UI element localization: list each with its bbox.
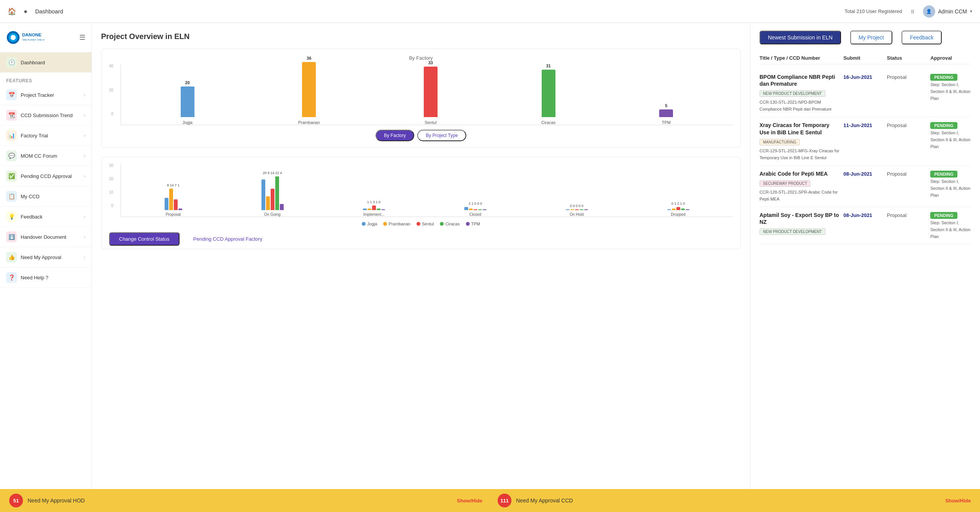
sidebar-item-dashboard[interactable]: 🕐 Dashboard bbox=[0, 52, 91, 73]
tab-my-project[interactable]: My Project bbox=[850, 31, 892, 44]
submission-item-2: Xray Ciracas for Temporary Use in BiB Li… bbox=[760, 117, 971, 165]
tab-by-project-type[interactable]: By Project Type bbox=[417, 130, 466, 141]
submission-approval-4: PENDING Step: Section I, Section II & II… bbox=[930, 212, 971, 240]
submission-badge-4: NEW PRODUCT DEVELOPMENT bbox=[760, 228, 825, 235]
mom-cc-forum-icon: 💬 bbox=[6, 150, 17, 161]
factory-bars: 20 Jogja 36 Prambanan 33 bbox=[121, 64, 733, 125]
submission-status-1: Proposal bbox=[887, 73, 928, 80]
svg-text:DANONE: DANONE bbox=[22, 32, 42, 37]
bar-sentul: 33 Sentul bbox=[424, 60, 438, 125]
sidebar-item-need-help[interactable]: ❓ Need Help ? bbox=[0, 267, 91, 288]
submission-status-2: Proposal bbox=[887, 122, 928, 129]
home-icon[interactable]: 🏠 bbox=[8, 7, 16, 16]
sidebar-item-my-ccd[interactable]: 📋 My CCD bbox=[0, 186, 91, 207]
sidebar-item-need-approval[interactable]: 👍 Need My Approval › bbox=[0, 247, 91, 267]
svg-text:ONE PLANET. ONE HEALTH: ONE PLANET. ONE HEALTH bbox=[22, 39, 44, 41]
tab-feedback[interactable]: Feedback bbox=[902, 31, 942, 44]
group-onhold-label: On Hold bbox=[570, 212, 584, 217]
sidebar-label-ccd-submission: CCD Submission Trend bbox=[21, 113, 80, 118]
main-title: Project Overview in ELN bbox=[101, 32, 741, 41]
by-factory-chart-section: By Factory 0 20 40 20 Jogja bbox=[101, 49, 741, 148]
y-label-0: 0 bbox=[111, 112, 114, 116]
header-title: Title / Type / CCD Number bbox=[760, 55, 840, 61]
group-ongoing: 20 9 14 22 4 On Going bbox=[261, 171, 284, 217]
sidebar-logo: DANONE ONE PLANET. ONE HEALTH ☰ bbox=[0, 23, 91, 52]
group-implement-label: Implement... bbox=[363, 212, 384, 217]
factory-chart-tabs: By Factory By Project Type bbox=[109, 130, 733, 141]
sidebar-label-need-help: Need Help ? bbox=[21, 275, 85, 280]
group-proposal-label: Proposal bbox=[166, 212, 181, 217]
factory-trial-icon: 📊 bbox=[6, 130, 17, 141]
need-help-icon: ❓ bbox=[6, 272, 17, 283]
legend-jogja: Jogja bbox=[362, 222, 377, 226]
sidebar-label-pending-ccd: Pending CCD Approval bbox=[21, 173, 80, 179]
hod-badge: 51 bbox=[9, 494, 23, 507]
submission-row-2: Xray Ciracas for Temporary Use in BiB Li… bbox=[760, 122, 971, 160]
legend-prambanan: Prambanan bbox=[383, 222, 410, 226]
header-status: Status bbox=[887, 55, 928, 61]
y-label-40: 40 bbox=[109, 64, 113, 68]
legend-sentul: Sentul bbox=[416, 222, 434, 226]
submission-badge-2: MANUFACTURING bbox=[760, 139, 800, 145]
submission-badge-1: NEW PRODUCT DEVELOPMENT bbox=[760, 90, 825, 97]
sidebar: DANONE ONE PLANET. ONE HEALTH ☰ 🕐 Dashbo… bbox=[0, 23, 92, 489]
right-panel: Newest Submission in ELN My Project Feed… bbox=[750, 23, 980, 489]
handover-icon: ⬇️ bbox=[6, 232, 17, 242]
submission-code-2: CCR-129-STL-2021-MFG-Xray Ciracas for Te… bbox=[760, 148, 839, 160]
submission-status-4: Proposal bbox=[887, 212, 928, 218]
submission-info-2: Xray Ciracas for Temporary Use in BiB Li… bbox=[760, 122, 840, 160]
submission-badge-3: SECUREWAY PRODUCT bbox=[760, 180, 810, 187]
legend-ciracas: Ciracas bbox=[440, 222, 459, 226]
submission-row-1: BPOM Compliance NBR Pepti dan Premature … bbox=[760, 73, 971, 112]
sidebar-item-project-tracker[interactable]: 📅 Project Tracker › bbox=[0, 85, 91, 105]
ccd-text: Need My Approval CCD bbox=[516, 497, 573, 504]
project-tracker-icon: 📅 bbox=[6, 90, 17, 100]
separator: ● bbox=[24, 8, 28, 15]
danone-logo: DANONE ONE PLANET. ONE HEALTH bbox=[6, 30, 44, 45]
user-count: Total 210 User Registered bbox=[844, 8, 902, 14]
pause-icon: ⏸ bbox=[910, 8, 915, 15]
arrow-icon: › bbox=[84, 93, 85, 97]
submission-date-4: 08-Jun-2021 bbox=[843, 212, 884, 218]
submission-code-3: CCR-128-STL-2021-SPR-Arabic Code for Pep… bbox=[760, 190, 838, 201]
tab-newest-submission[interactable]: Newest Submission in ELN bbox=[760, 31, 841, 44]
submission-item-1: BPOM Compliance NBR Pepti dan Premature … bbox=[760, 69, 971, 117]
hod-text: Need My Approval HOD bbox=[28, 497, 85, 504]
sidebar-item-feedback[interactable]: 💡 Feedback › bbox=[0, 207, 91, 227]
submission-info-1: BPOM Compliance NBR Pepti dan Premature … bbox=[760, 73, 840, 112]
submission-item-3: Arabic Code for Pepti MEA SECUREWAY PROD… bbox=[760, 166, 971, 207]
sidebar-item-pending-ccd[interactable]: ✅ Pending CCD Approval › bbox=[0, 166, 91, 186]
group-proposal: 8 14 7 1 Proposal bbox=[165, 183, 182, 217]
arrow-icon: › bbox=[84, 174, 85, 178]
tab-change-control[interactable]: Change Control Status bbox=[109, 232, 180, 246]
bar-tpm: 5 TPM bbox=[659, 103, 673, 125]
group-implement: 1 1 3 1 0 Implement... bbox=[363, 200, 385, 217]
hod-show-hide[interactable]: Show/Hide bbox=[457, 498, 482, 504]
submission-info-3: Arabic Code for Pepti MEA SECUREWAY PROD… bbox=[760, 170, 840, 202]
hamburger-icon[interactable]: ☰ bbox=[79, 33, 85, 42]
main-panel: Project Overview in ELN By Factory 0 20 … bbox=[92, 23, 750, 489]
sidebar-item-handover[interactable]: ⬇️ Handover Document › bbox=[0, 227, 91, 247]
sidebar-item-factory-trial[interactable]: 📊 Factory Trial › bbox=[0, 126, 91, 146]
submission-title-3: Arabic Code for Pepti MEA bbox=[760, 170, 840, 177]
sidebar-item-ccd-submission[interactable]: 📆 CCD Submission Trend › bbox=[0, 105, 91, 126]
admin-menu[interactable]: 👤 Admin CCM ▾ bbox=[923, 5, 972, 18]
bar-prambanan: 36 Prambanan bbox=[298, 56, 320, 125]
submission-title-2: Xray Ciracas for Temporary Use in BiB Li… bbox=[760, 122, 840, 135]
ccd-show-hide[interactable]: Show/Hide bbox=[946, 498, 971, 504]
arrow-icon: › bbox=[84, 133, 85, 138]
tab-by-factory[interactable]: By Factory bbox=[376, 130, 414, 141]
tab-pending-ccd[interactable]: Pending CCD Approval Factory bbox=[184, 232, 272, 246]
sidebar-label-mom-cc: MOM CC Forum bbox=[21, 153, 80, 159]
submission-item-4: Aptamil Soy - Export Soy BP to NZ NEW PR… bbox=[760, 207, 971, 245]
submission-tabs: Newest Submission in ELN My Project Feed… bbox=[760, 31, 971, 44]
submission-title-4: Aptamil Soy - Export Soy BP to NZ bbox=[760, 212, 840, 225]
my-ccd-icon: 📋 bbox=[6, 191, 17, 202]
sidebar-item-mom-cc-forum[interactable]: 💬 MOM CC Forum › bbox=[0, 146, 91, 166]
need-approval-icon: 👍 bbox=[6, 252, 17, 263]
status-chart-section: 0 10 20 30 8 14 7 1 bbox=[101, 157, 741, 249]
group-closed-label: Closed bbox=[469, 212, 481, 217]
factory-chart-container: By Factory 0 20 40 20 Jogja bbox=[101, 49, 741, 148]
sy-label-0: 0 bbox=[111, 204, 114, 208]
submission-row-4: Aptamil Soy - Export Soy BP to NZ NEW PR… bbox=[760, 212, 971, 240]
